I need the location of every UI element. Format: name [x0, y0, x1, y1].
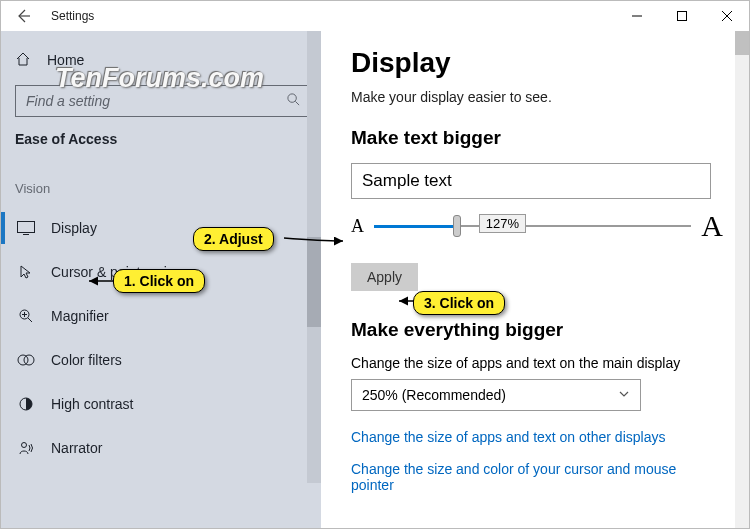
high-contrast-icon [17, 396, 35, 412]
sidebar-item-high-contrast[interactable]: High contrast [15, 382, 311, 426]
scrollbar-thumb[interactable] [735, 31, 749, 55]
sidebar-item-label: Display [51, 220, 97, 236]
section-make-text-bigger: Make text bigger [351, 127, 719, 149]
sample-text-box: Sample text [351, 163, 711, 199]
slider-value-tooltip: 127% [479, 214, 526, 233]
page-subtitle: Make your display easier to see. [351, 89, 719, 105]
window-title: Settings [51, 9, 94, 23]
color-filters-icon [17, 352, 35, 368]
sidebar-item-cursor[interactable]: Cursor & pointer size [15, 250, 311, 294]
nav-list: Display Cursor & pointer size Magnifier … [15, 206, 311, 470]
slider-track[interactable]: 127% [374, 216, 691, 236]
sidebar-item-label: Magnifier [51, 308, 109, 324]
home-button[interactable]: Home [15, 45, 311, 75]
svg-point-5 [288, 94, 296, 102]
home-icon [15, 51, 33, 70]
slider-min-icon: A [351, 216, 364, 237]
section-make-everything-bigger: Make everything bigger [351, 319, 719, 341]
titlebar: Settings [1, 1, 749, 31]
link-cursor-pointer[interactable]: Change the size and color of your cursor… [351, 461, 719, 493]
narrator-icon [17, 440, 35, 456]
slider-thumb[interactable] [453, 215, 461, 237]
close-button[interactable] [704, 1, 749, 31]
apply-button[interactable]: Apply [351, 263, 418, 291]
svg-line-6 [295, 101, 299, 105]
sidebar-item-label: Narrator [51, 440, 102, 456]
sidebar-item-magnifier[interactable]: Magnifier [15, 294, 311, 338]
sidebar-item-label: High contrast [51, 396, 133, 412]
maximize-button[interactable] [659, 1, 704, 31]
category-title: Ease of Access [15, 131, 311, 147]
svg-point-13 [18, 355, 28, 365]
group-label: Vision [15, 181, 311, 196]
slider-max-icon: A [701, 209, 723, 243]
svg-rect-7 [18, 222, 35, 233]
scale-dropdown[interactable]: 250% (Recommended) [351, 379, 641, 411]
search-field[interactable] [24, 92, 286, 110]
scale-dropdown-value: 250% (Recommended) [362, 387, 506, 403]
sidebar-scrollbar[interactable] [307, 31, 321, 483]
sidebar-item-narrator[interactable]: Narrator [15, 426, 311, 470]
search-icon [286, 92, 302, 110]
svg-rect-2 [677, 12, 686, 21]
search-input[interactable] [15, 85, 311, 117]
sidebar: Home Ease of Access Vision Display Curso… [1, 31, 321, 528]
svg-point-14 [24, 355, 34, 365]
svg-line-10 [28, 318, 32, 322]
scrollbar-thumb[interactable] [307, 237, 321, 327]
chevron-down-icon [618, 387, 630, 403]
sidebar-item-label: Cursor & pointer size [51, 264, 182, 280]
back-button[interactable] [13, 6, 33, 26]
svg-point-16 [22, 443, 27, 448]
page-title: Display [351, 47, 719, 79]
sidebar-item-display[interactable]: Display [15, 206, 311, 250]
display-icon [17, 221, 35, 235]
text-size-slider[interactable]: A 127% A [351, 209, 723, 243]
home-label: Home [47, 52, 84, 68]
sidebar-item-label: Color filters [51, 352, 122, 368]
link-other-displays[interactable]: Change the size of apps and text on othe… [351, 429, 719, 445]
cursor-icon [17, 264, 35, 280]
sidebar-item-color-filters[interactable]: Color filters [15, 338, 311, 382]
scale-description: Change the size of apps and text on the … [351, 355, 719, 371]
content-scrollbar[interactable] [735, 31, 749, 528]
content-pane: Display Make your display easier to see.… [321, 31, 749, 528]
minimize-button[interactable] [614, 1, 659, 31]
sample-text: Sample text [362, 171, 452, 191]
magnifier-icon [17, 308, 35, 324]
